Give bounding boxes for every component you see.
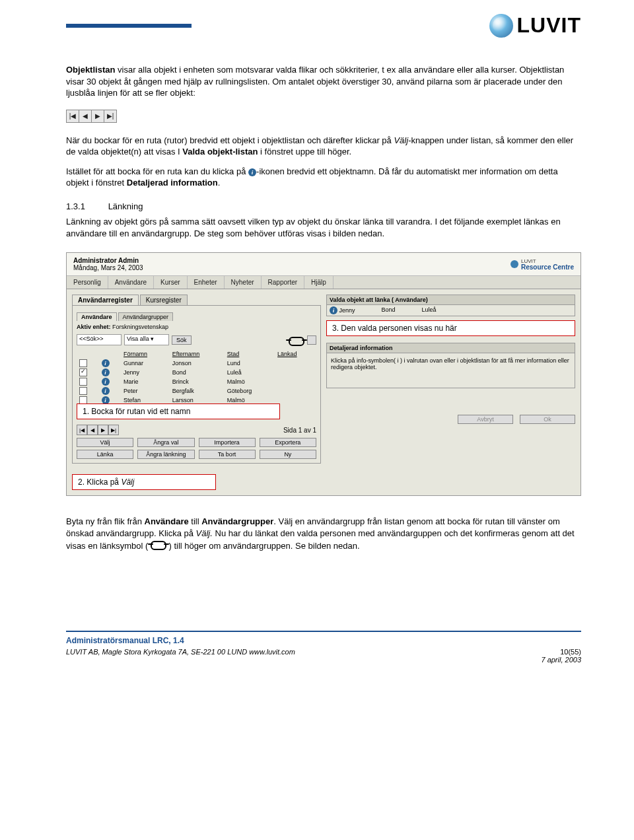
aktiv-label: Aktiv enhet:: [77, 324, 111, 330]
embedded-screenshot: Administrator Admin Måndag, Mars 24, 200…: [66, 252, 581, 496]
tabort-button[interactable]: Ta bort: [199, 450, 256, 459]
para1-text: visar alla objekt i enheten som motsvara…: [66, 65, 564, 98]
cell-stad: Luleå: [225, 368, 275, 377]
callout-2-prefix: 2. Klicka på: [78, 477, 121, 487]
menu-enheter[interactable]: Enheter: [188, 276, 225, 289]
valj-button[interactable]: Välj: [77, 438, 133, 447]
paragraph-linking: Länkning av objekt görs på samma sätt oa…: [66, 216, 581, 239]
tab-anvandarregister[interactable]: Användarregister: [72, 295, 139, 305]
lanka-button[interactable]: Länka: [77, 450, 133, 459]
angra-lankning-button[interactable]: Ångra länkning: [137, 450, 194, 459]
col-fornamn[interactable]: Förnamn: [121, 349, 170, 359]
last-page-icon[interactable]: ▶|: [108, 425, 119, 435]
info-icon[interactable]: i: [102, 359, 110, 367]
term-valj2: Välj.: [196, 528, 213, 538]
cell-fn: Gunnar: [121, 359, 170, 368]
subtab-anvandargrupper[interactable]: Användargrupper: [118, 312, 174, 321]
link-icon: [289, 337, 304, 346]
row-checkbox[interactable]: [79, 387, 87, 395]
footer-page: 10(55): [541, 648, 581, 656]
subtab-anvandare[interactable]: Användare: [77, 312, 117, 321]
detail-body: Klicka på info-symbolen( i ) i valrutan …: [326, 353, 575, 388]
cell-fn: Marie: [121, 377, 170, 386]
row-checkbox[interactable]: [79, 368, 87, 376]
prev-page-icon[interactable]: ◀: [87, 425, 98, 435]
info-icon[interactable]: i: [102, 387, 110, 395]
importera-button[interactable]: Importera: [199, 438, 256, 447]
last-page-icon: ▶|: [104, 110, 116, 122]
prev-page-icon: ◀: [79, 110, 92, 122]
col-stad[interactable]: Stad: [225, 349, 275, 359]
info-icon[interactable]: i: [102, 378, 110, 386]
info-icon[interactable]: i: [102, 368, 110, 376]
cell-stad: Göteborg: [225, 386, 275, 396]
menu-nyheter[interactable]: Nyheter: [225, 276, 262, 289]
section-title: Länkning: [108, 201, 143, 211]
cell-en: Jonson: [170, 359, 225, 368]
globe-icon: [489, 14, 513, 38]
cell-en: Bond: [170, 368, 225, 377]
menu-personlig[interactable]: Personlig: [67, 276, 108, 289]
admin-identity: Administrator Admin Måndag, Mars 24, 200…: [73, 257, 143, 271]
table-row: iPeterBergfalkGöteborg: [77, 386, 316, 396]
p3a: Istället för att bocka för en ruta kan d…: [66, 166, 248, 176]
brand-logo: LUVIT: [489, 13, 581, 38]
col-efternamn[interactable]: Efternamn: [170, 349, 225, 359]
brand-dot-icon: [511, 260, 518, 268]
ny-button[interactable]: Ny: [260, 450, 316, 459]
detail-header: Detaljerad information: [326, 343, 575, 353]
cell-en: Bergfalk: [170, 386, 225, 396]
selected-row: i Jenny Bond Luleå: [326, 305, 575, 316]
search-input[interactable]: <<Sök>>: [77, 334, 122, 345]
next-page-icon: ▶: [92, 110, 104, 122]
filter-icon[interactable]: [307, 335, 316, 345]
exportera-button[interactable]: Exportera: [260, 438, 316, 447]
menu-hjalp[interactable]: Hjälp: [304, 276, 334, 289]
tab-kursregister[interactable]: Kursregister: [140, 295, 188, 305]
cell-fn: Jenny: [121, 368, 170, 377]
sel-stad: Luleå: [422, 306, 437, 314]
cell-en: Brinck: [170, 377, 225, 386]
callout-2-valj: Välj: [121, 477, 134, 487]
header-accent-line: [66, 24, 192, 28]
term-objektlistan: Objektlistan: [66, 65, 115, 75]
p2e: i fönstret uppe till höger.: [258, 147, 351, 157]
next-page-icon[interactable]: ▶: [98, 425, 108, 435]
term-valda-objekt: Valda objekt-listan: [182, 147, 258, 157]
term-valj: Välj-: [394, 135, 411, 145]
page-footer: Administratörsmanual LRC, 1.4 LUVIT AB, …: [66, 631, 581, 664]
callout-2: 2. Klicka på Välj: [72, 474, 216, 490]
paragraph-objectlist: Objektlistan visar alla objekt i enheten…: [66, 64, 581, 99]
section-number: 1.3.1: [66, 201, 106, 213]
ok-button[interactable]: Ok: [520, 415, 575, 424]
user-table: Förnamn Efternamn Stad Länkad iGunnarJon…: [77, 349, 316, 405]
admin-date: Måndag, Mars 24, 2003: [73, 264, 143, 271]
pager-arrows-illustration: |◀ ◀ ▶ ▶|: [66, 110, 117, 123]
menu-anvandare[interactable]: Användare: [108, 276, 154, 289]
first-page-icon: |◀: [67, 110, 79, 122]
visa-label: Visa alla: [127, 335, 149, 342]
menu-kurser[interactable]: Kurser: [154, 276, 187, 289]
row-checkbox[interactable]: [79, 378, 87, 386]
menu-rapporter[interactable]: Rapporter: [262, 276, 304, 289]
p5a: Byta ny från flik från: [66, 516, 145, 526]
sok-button[interactable]: Sök: [172, 335, 192, 345]
angra-val-button[interactable]: Ångra val: [137, 438, 194, 447]
admin-title: Administrator Admin: [73, 257, 143, 264]
table-row: iGunnarJonsonLund: [77, 359, 316, 368]
info-icon[interactable]: i: [330, 306, 337, 314]
col-lankad[interactable]: Länkad: [275, 349, 316, 359]
p2a: När du bockar för en ruta (rutor) bredvi…: [66, 135, 394, 145]
cell-stad: Malmö: [225, 377, 275, 386]
avbryt-button[interactable]: Avbryt: [458, 415, 513, 424]
p5c: till: [189, 516, 202, 526]
footer-title: Administratörsmanual LRC, 1.4: [66, 636, 581, 645]
footer-address: LUVIT AB, Magle Stora Kyrkogata 7A, SE-2…: [66, 648, 295, 664]
row-checkbox[interactable]: [79, 359, 87, 367]
visa-select[interactable]: Visa alla ▾: [124, 334, 169, 345]
active-unit-row: Aktiv enhet: Forskningsvetenskap: [77, 324, 316, 330]
paragraph-switch-tab: Byta ny från flik från Användare till An…: [66, 516, 581, 551]
table-row: iMarieBrinckMalmö: [77, 377, 316, 386]
first-page-icon[interactable]: |◀: [77, 425, 87, 435]
callout-1: 1. Bocka för rutan vid ett namn: [77, 403, 280, 419]
